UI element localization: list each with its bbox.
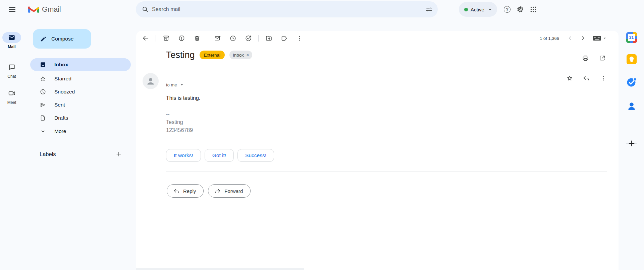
contacts-icon	[626, 101, 637, 112]
recipient-details-toggle[interactable]: to me	[166, 82, 184, 87]
compose-label: Compose	[51, 36, 73, 42]
print-button[interactable]	[579, 51, 592, 65]
sidebar-item-drafts[interactable]: Drafts	[30, 112, 131, 124]
search-options-button[interactable]	[422, 3, 436, 16]
person-icon	[146, 76, 156, 86]
smart-reply-button[interactable]: Success!	[237, 149, 274, 162]
external-badge: External	[200, 51, 225, 59]
labels-heading: Labels	[40, 151, 56, 157]
chevron-left-icon	[567, 35, 574, 42]
printer-icon	[582, 55, 589, 62]
main-menu-button[interactable]	[5, 3, 19, 16]
get-add-ons-button[interactable]	[624, 136, 639, 151]
more-vert-icon	[296, 35, 303, 42]
contacts-panel-button[interactable]	[624, 99, 639, 114]
open-in-new-window-button[interactable]	[595, 51, 609, 65]
gmail-logo[interactable]: Gmail	[28, 4, 61, 15]
sidebar-item-snoozed[interactable]: Snoozed	[30, 85, 131, 98]
sidebar-label-more: More	[54, 128, 66, 134]
mail-active-pill	[2, 32, 21, 43]
search-button[interactable]	[139, 3, 152, 16]
clock-icon	[40, 88, 46, 95]
reply-button[interactable]: Reply	[167, 184, 204, 198]
signature-line: 123456789	[166, 126, 193, 134]
horizontal-scrollbar-track[interactable]	[136, 268, 304, 270]
pagination-count: 1 of 1,366	[540, 36, 559, 41]
dropdown-caret-icon	[602, 36, 607, 41]
create-label-button[interactable]	[113, 149, 124, 159]
more-options-button[interactable]	[293, 32, 306, 44]
calendar-panel-button[interactable]: 31	[624, 30, 639, 45]
sidebar-item-sent[interactable]: Sent	[30, 98, 131, 111]
newer-conversation-button[interactable]	[564, 32, 577, 45]
rail-item-chat[interactable]: Chat	[0, 62, 23, 79]
reply-icon-button[interactable]	[579, 71, 593, 85]
compose-button[interactable]: Compose	[33, 29, 91, 49]
move-to-button[interactable]	[263, 32, 275, 44]
remove-label-icon[interactable]: ×	[246, 52, 249, 58]
archive-button[interactable]	[160, 32, 172, 44]
input-tools-selector[interactable]	[593, 35, 607, 42]
report-spam-icon	[178, 35, 185, 42]
tune-icon	[425, 6, 433, 13]
add-task-icon	[245, 35, 252, 42]
compose-pencil-icon	[40, 35, 47, 43]
sidebar-label-starred: Starred	[54, 76, 71, 82]
delete-button[interactable]	[191, 32, 203, 44]
plus-icon	[628, 139, 636, 147]
smart-reply-button[interactable]: It works!	[166, 149, 201, 162]
companion-side-panel: 31	[619, 19, 644, 270]
calendar-day-number: 31	[628, 34, 635, 41]
plus-icon	[115, 151, 122, 157]
older-conversation-button[interactable]	[577, 32, 589, 45]
mark-unread-icon	[214, 35, 221, 42]
inbox-label-chip[interactable]: Inbox ×	[229, 51, 252, 59]
chat-status-selector[interactable]: Active	[459, 2, 497, 17]
message-more-button[interactable]	[596, 71, 610, 85]
reply-arrow-icon	[583, 75, 590, 82]
message-toolbar: 1 of 1,366	[136, 31, 619, 45]
help-icon: ?	[504, 6, 511, 13]
app-rail: Mail Chat Meet	[0, 19, 23, 270]
apps-grid-icon	[530, 6, 537, 13]
tasks-panel-button[interactable]	[624, 75, 639, 89]
smart-reply-button[interactable]: Got it!	[205, 149, 234, 162]
search-input[interactable]	[152, 6, 422, 12]
labels-button[interactable]	[278, 32, 290, 44]
chevron-down-icon	[487, 6, 493, 12]
star-icon	[566, 75, 573, 82]
email-subject: Testing	[166, 50, 195, 60]
google-apps-button[interactable]	[527, 3, 540, 16]
star-message-button[interactable]	[563, 71, 576, 85]
sidebar-item-inbox[interactable]: Inbox	[30, 58, 131, 71]
send-icon	[40, 102, 46, 108]
settings-button[interactable]	[514, 3, 527, 16]
more-vert-icon	[600, 75, 607, 82]
report-spam-button[interactable]	[175, 32, 187, 44]
status-green-dot	[464, 8, 468, 11]
search-bar[interactable]	[136, 1, 438, 17]
chat-icon	[8, 63, 16, 71]
toolbar-divider	[156, 35, 156, 42]
forward-button[interactable]: Forward	[208, 184, 251, 198]
rail-item-meet[interactable]: Meet	[0, 88, 23, 105]
sender-avatar[interactable]	[143, 73, 159, 89]
forward-button-label: Forward	[224, 188, 243, 194]
gmail-m-icon	[28, 5, 39, 14]
mail-icon	[8, 34, 15, 41]
add-to-tasks-button[interactable]	[242, 32, 254, 44]
chevron-right-icon	[580, 35, 586, 42]
back-arrow-icon	[142, 35, 149, 42]
mark-unread-button[interactable]	[211, 32, 223, 44]
sidebar-item-starred[interactable]: Starred	[30, 72, 131, 85]
top-header: Gmail Active ?	[0, 0, 644, 19]
status-label: Active	[471, 7, 484, 12]
back-to-inbox-button[interactable]	[140, 32, 152, 44]
rail-item-mail[interactable]: Mail	[0, 32, 23, 49]
keep-panel-button[interactable]	[624, 52, 639, 67]
snooze-button[interactable]	[227, 32, 239, 44]
sidebar-item-more[interactable]: More	[30, 125, 131, 138]
tasks-icon	[626, 77, 637, 87]
support-button[interactable]: ?	[500, 3, 514, 16]
trash-icon	[194, 35, 201, 42]
